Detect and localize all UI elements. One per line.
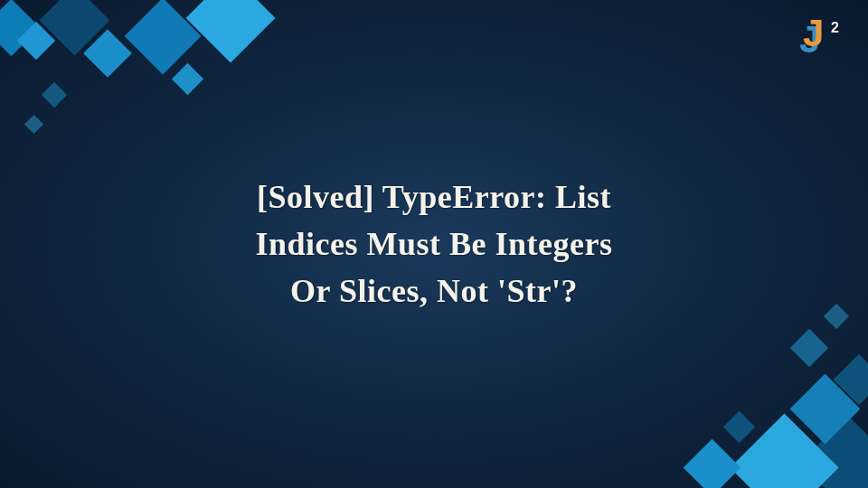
decorative-square bbox=[172, 63, 203, 95]
title-line-1: [Solved] TypeError: List bbox=[257, 179, 611, 215]
decorative-square bbox=[723, 411, 755, 443]
title-line-3: Or Slices, Not 'Str'? bbox=[290, 273, 578, 309]
title-line-2: Indices Must Be Integers bbox=[256, 226, 613, 262]
decorative-square bbox=[186, 0, 276, 62]
logo-letter: J bbox=[803, 12, 824, 55]
decorative-square bbox=[42, 82, 67, 108]
decorative-square bbox=[824, 304, 849, 329]
title-container: [Solved] TypeError: List Indices Must Be… bbox=[130, 174, 738, 315]
site-logo: J J 2 bbox=[797, 16, 843, 61]
decorative-square bbox=[125, 0, 202, 74]
decorative-square bbox=[24, 115, 43, 134]
decorative-square bbox=[790, 329, 828, 367]
decorative-square bbox=[684, 439, 741, 488]
logo-superscript: 2 bbox=[831, 20, 839, 36]
article-title: [Solved] TypeError: List Indices Must Be… bbox=[130, 174, 738, 315]
